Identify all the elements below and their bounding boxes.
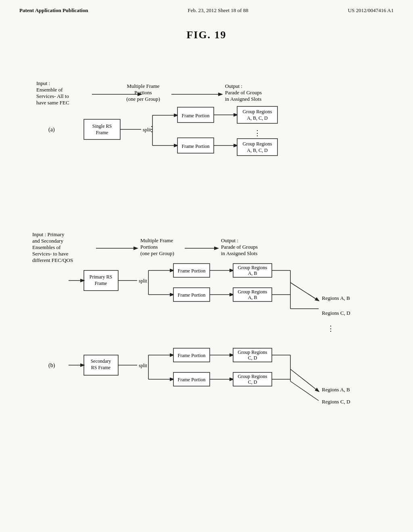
header-right: US 2012/0047416 A1 — [348, 7, 394, 14]
section-a-input-label: Input : — [36, 80, 50, 86]
svg-text:Group Regions: Group Regions — [238, 374, 267, 379]
svg-text:C, D: C, D — [248, 355, 257, 361]
svg-text:Single RS: Single RS — [92, 123, 112, 129]
svg-text:Regions A, B: Regions A, B — [322, 387, 350, 393]
svg-text:Input : Primary: Input : Primary — [32, 231, 65, 237]
svg-text:different FEC/QOS: different FEC/QOS — [32, 257, 73, 263]
svg-text:have same FEC: have same FEC — [36, 100, 69, 106]
svg-text:A, B, C, D: A, B, C, D — [247, 148, 268, 153]
svg-text:Group Regions: Group Regions — [238, 265, 267, 270]
svg-text:Regions C, D: Regions C, D — [322, 399, 350, 405]
svg-text:Frame: Frame — [95, 281, 107, 286]
svg-text:⋮: ⋮ — [327, 324, 334, 332]
svg-text:Frame: Frame — [96, 130, 108, 135]
svg-text:Group Regions: Group Regions — [243, 109, 272, 114]
figure-title: FIG. 19 — [0, 29, 413, 41]
header-left: Patent Application Publication — [19, 7, 88, 14]
svg-text:⋮: ⋮ — [148, 125, 155, 133]
svg-text:Secondary: Secondary — [91, 358, 111, 364]
svg-text:Services- to have: Services- to have — [32, 251, 69, 257]
svg-text:(one per Group): (one per Group) — [126, 96, 160, 102]
svg-text:(a): (a) — [48, 127, 55, 133]
svg-line-104 — [290, 381, 319, 401]
svg-text:Frame Portion: Frame Portion — [182, 113, 210, 118]
svg-text:A, B, C, D: A, B, C, D — [247, 115, 268, 121]
svg-text:split: split — [139, 363, 147, 368]
svg-text:Group Regions: Group Regions — [243, 141, 272, 147]
svg-text:RS Frame: RS Frame — [91, 365, 111, 370]
svg-text:Group Regions: Group Regions — [238, 289, 267, 295]
svg-text:in Assigned Slots: in Assigned Slots — [221, 250, 257, 256]
svg-text:Services- All to: Services- All to — [36, 93, 69, 99]
svg-text:(one per Group): (one per Group) — [140, 250, 174, 256]
svg-text:Regions C, D: Regions C, D — [322, 310, 350, 316]
svg-text:A, B: A, B — [248, 295, 257, 300]
svg-text:split: split — [139, 278, 147, 284]
svg-text:in Assigned Slots: in Assigned Slots — [225, 96, 261, 102]
section-a-diagram: Input : Ensemble of Services- All to hav… — [24, 51, 387, 200]
svg-rect-11 — [84, 119, 120, 139]
svg-text:Frame Portion: Frame Portion — [178, 292, 206, 298]
svg-text:Multiple Frame: Multiple Frame — [140, 237, 173, 243]
svg-text:Output :: Output : — [221, 237, 238, 243]
svg-text:Portions: Portions — [140, 244, 158, 250]
svg-text:⋮: ⋮ — [254, 129, 261, 137]
diagram-container: Input : Ensemble of Services- All to hav… — [0, 51, 413, 470]
svg-text:Group Regions: Group Regions — [238, 349, 267, 355]
svg-text:Ensemble of: Ensemble of — [36, 87, 63, 93]
svg-text:Output :: Output : — [225, 83, 242, 89]
section-b-diagram: Input : Primary and Secondary Ensembles … — [24, 212, 387, 470]
svg-line-103 — [290, 369, 319, 391]
svg-text:Primary RS: Primary RS — [90, 274, 112, 280]
svg-text:C, D: C, D — [248, 379, 257, 385]
svg-text:Frame Portion: Frame Portion — [178, 268, 206, 274]
page-header: Patent Application Publication Feb. 23, … — [0, 0, 413, 17]
svg-text:and Secondary: and Secondary — [32, 238, 63, 244]
svg-text:Ensembles of: Ensembles of — [32, 244, 61, 250]
page: Patent Application Publication Feb. 23, … — [0, 0, 413, 532]
svg-text:Regions A, B: Regions A, B — [322, 295, 350, 301]
svg-line-93 — [290, 283, 319, 301]
svg-text:Portions: Portions — [134, 89, 152, 96]
svg-text:Frame Portion: Frame Portion — [178, 353, 206, 358]
svg-text:Parade of Groups: Parade of Groups — [225, 89, 262, 96]
svg-text:Frame Portion: Frame Portion — [182, 143, 210, 149]
header-center: Feb. 23, 2012 Sheet 18 of 88 — [188, 7, 248, 14]
svg-text:Frame Portion: Frame Portion — [178, 377, 206, 382]
svg-text:Parade of Groups: Parade of Groups — [221, 244, 258, 250]
svg-text:A, B: A, B — [248, 270, 257, 276]
svg-text:(b): (b) — [48, 362, 55, 369]
svg-text:Multiple Frame: Multiple Frame — [127, 83, 159, 89]
